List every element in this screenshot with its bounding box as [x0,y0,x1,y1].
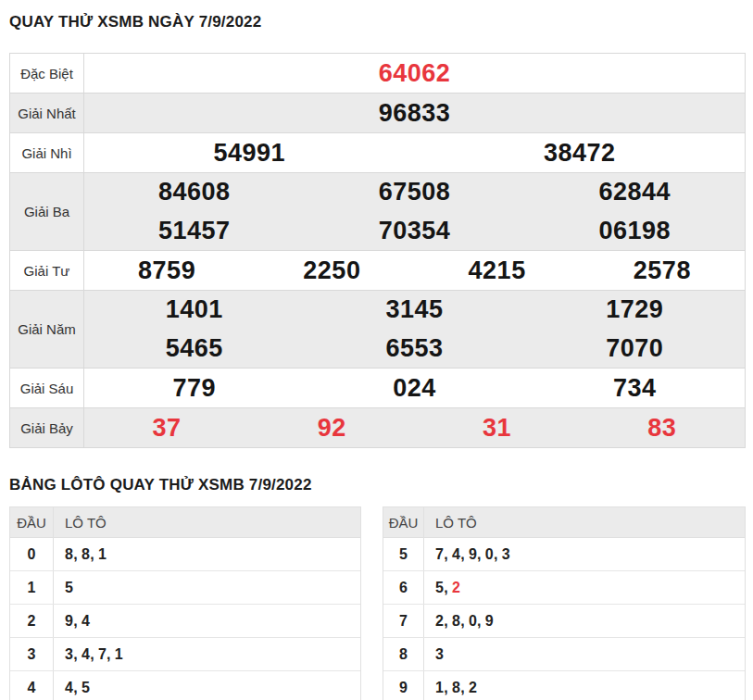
loto-number: 1 [115,646,123,663]
prize-values: 140131451729546565537070 [84,291,745,368]
prize-line: 64062 [84,54,745,93]
prize-line: 846086750862844 [84,173,745,212]
loto-dau-cell: 0 [10,538,54,570]
prize-values: 8759225042152578 [84,251,745,290]
prize-label: Giải Tư [10,251,84,290]
loto-section-title: BẢNG LÔTÔ QUAY THỬ XSMB 7/9/2022 [9,475,746,494]
prize-number: 67508 [305,173,525,212]
loto-table-body-0: 08,8,11529,433,4,7,144,5 [10,538,360,700]
prize-line: 37923183 [84,408,745,447]
loto-separator: , [73,646,78,663]
loto-separator: , [444,546,448,563]
loto-separator: , [73,546,78,563]
loto-number: 7 [435,546,444,563]
prize-row: Giải Ba846086750862844514577035406198 [10,173,745,251]
loto-row: 91,8,2 [383,671,745,700]
loto-number: 5 [435,580,444,596]
prize-number: 83 [580,408,745,447]
prize-line: 96833 [84,94,745,132]
loto-separator: , [477,546,482,563]
loto-number: 3 [65,646,73,663]
loto-number: 4 [82,646,90,663]
prize-row: Giải Nhì5499138472 [10,133,745,173]
loto-number: 2 [435,613,444,630]
loto-values-cell: 3,4,7,1 [54,638,360,670]
loto-number: 4 [82,613,90,630]
loto-separator: , [73,613,78,630]
prize-values: 5499138472 [84,133,745,172]
prize-label: Giải Năm [10,291,84,368]
loto-number: 9 [65,613,73,630]
loto-number: 0 [469,613,477,630]
prize-row: Đặc Biệt64062 [10,54,745,94]
prize-number: 024 [305,369,525,407]
loto-separator: , [460,680,465,696]
loto-number: 1 [98,546,107,563]
prize-number: 37 [84,408,249,447]
prize-number: 38472 [415,133,746,172]
loto-separator: , [477,613,482,630]
loto-dau-cell: 8 [383,638,424,670]
prize-number: 734 [524,369,745,407]
prize-number: 62844 [524,173,745,212]
loto-dau-cell: 3 [10,638,54,670]
loto-values-cell: 5,2 [424,571,745,604]
prize-number: 06198 [524,212,745,251]
prize-number: 8759 [84,251,249,290]
loto-table-header: ĐẦU LÔ TÔ [383,507,745,538]
loto-number: 4 [65,680,73,696]
loto-col-dau: ĐẦU [383,507,424,537]
loto-separator: , [73,680,78,696]
prize-label: Giải Nhất [10,94,84,132]
prize-number: 1401 [84,291,305,330]
prize-line: 8759225042152578 [84,251,745,290]
loto-row: 65,2 [383,571,745,605]
prize-line: 5499138472 [84,133,745,172]
loto-number: 9 [485,613,494,630]
prize-number: 92 [249,408,414,447]
prize-label: Giải Nhì [10,133,84,172]
loto-row: 83 [383,638,745,671]
prize-number: 6553 [305,330,525,369]
loto-separator: , [494,546,498,563]
prize-values: 96833 [84,94,745,132]
page-title: QUAY THỬ XSMB NGÀY 7/9/2022 [9,12,746,31]
loto-col-loto: LÔ TÔ [424,507,745,537]
loto-tables-container: ĐẦU LÔ TÔ 08,8,11529,433,4,7,144,5 ĐẦU L… [9,506,746,700]
loto-number: 4 [452,546,460,563]
loto-separator: , [460,613,465,630]
prize-line: 779024734 [84,369,745,407]
loto-number: 5 [65,580,73,596]
loto-dau-cell: 5 [383,538,424,570]
loto-values-cell: 9,4 [54,605,360,637]
prize-number: 51457 [84,212,305,251]
loto-separator: , [444,580,448,596]
prize-row: Giải Năm140131451729546565537070 [10,291,745,369]
loto-number: 8 [65,546,73,563]
prize-table-body: Đặc Biệt64062Giải Nhất96833Giải Nhì54991… [10,54,745,448]
prize-number: 64062 [84,54,745,93]
loto-number: 8 [452,680,460,696]
loto-number: 7 [98,646,107,663]
loto-table-right: ĐẦU LÔ TÔ 57,4,9,0,365,272,8,0,98391,8,2 [383,506,746,700]
loto-values-cell: 2,8,0,9 [424,605,745,637]
prize-line: 140131451729 [84,291,745,330]
loto-number: 8 [82,546,90,563]
loto-dau-cell: 6 [383,571,424,604]
prize-row: Giải Nhất96833 [10,94,745,133]
loto-separator: , [107,646,111,663]
loto-values-cell: 4,5 [54,671,360,700]
prize-number: 7070 [524,330,745,369]
loto-dau-cell: 2 [10,605,54,637]
prize-number: 4215 [415,251,580,290]
loto-table-header: ĐẦU LÔ TÔ [10,507,360,538]
prize-number: 84608 [84,173,305,212]
loto-row: 44,5 [10,671,360,700]
loto-separator: , [444,680,448,696]
loto-row: 57,4,9,0,3 [383,538,745,571]
prize-number: 70354 [305,212,525,251]
prize-number: 779 [84,369,305,407]
loto-separator: , [460,546,465,563]
prize-line: 514577035406198 [84,212,745,251]
prize-label: Giải Bảy [10,408,84,447]
